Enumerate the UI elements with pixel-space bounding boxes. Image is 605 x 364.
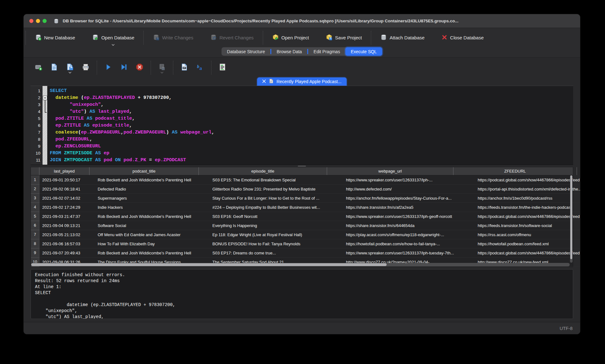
cell[interactable]: Defected Radio bbox=[95, 185, 210, 194]
open-database-button[interactable]: Open Database bbox=[84, 28, 143, 47]
results-vertical-scrollbar[interactable] bbox=[570, 175, 573, 263]
cell[interactable]: Rob Beckett and Josh Widdicombe's Parent… bbox=[95, 212, 210, 221]
minimize-window-button[interactable] bbox=[36, 19, 40, 23]
cell[interactable]: 2021-09-02 06:18:41 bbox=[39, 185, 95, 194]
chevron-down-icon[interactable] bbox=[68, 69, 72, 75]
cell[interactable]: 2021-09-01 20:50:17 bbox=[39, 175, 95, 185]
row-number[interactable]: 5 bbox=[31, 212, 39, 221]
cell[interactable]: https://podcast.global.com/show/4467866/… bbox=[475, 212, 580, 221]
zoom-window-button[interactable] bbox=[43, 19, 47, 23]
attach-database-button[interactable]: Attach Database bbox=[372, 28, 433, 47]
cell[interactable]: https://portal-api.thisisdistorted.com/x… bbox=[475, 185, 580, 194]
tab-execute-sql[interactable]: Execute SQL bbox=[345, 47, 382, 56]
column-header-webpage_url[interactable]: webpage_url bbox=[327, 167, 453, 175]
open-project-button[interactable]: Open Project bbox=[264, 28, 318, 47]
execute-all-button[interactable] bbox=[101, 61, 115, 74]
cell[interactable]: https://www.spreaker.com/user/12633137/l… bbox=[343, 212, 475, 221]
cell[interactable]: 2021-09-07 20:49:43 bbox=[39, 248, 95, 258]
cell[interactable]: https://feeds.transistor.fm/the-indie-ha… bbox=[475, 203, 580, 212]
cell[interactable]: https://www.spreaker.com/user/12633137/l… bbox=[343, 248, 475, 258]
row-number[interactable]: 3 bbox=[31, 194, 39, 203]
cell[interactable]: Indie Hackers bbox=[95, 203, 210, 212]
cell[interactable]: Everything Is Happening bbox=[210, 221, 343, 230]
cell[interactable]: https://anchor.fm/fellowapp/episodes/Sta… bbox=[343, 194, 475, 203]
cell[interactable]: 2021-09-04 09:13:21 bbox=[39, 221, 95, 230]
cell[interactable]: Supermanagers bbox=[95, 194, 210, 203]
cell[interactable]: https://howtofail.podbean.com/e/how-to-f… bbox=[343, 239, 475, 248]
titlebar[interactable]: DB Browser for SQLite - /Users/si/Librar… bbox=[24, 14, 580, 28]
cell[interactable]: http://www.defected.com/ bbox=[343, 185, 475, 194]
cell[interactable]: Glitterbox Radio Show 231: Presented by … bbox=[210, 185, 343, 194]
cell[interactable]: 2021-09-05 21:13:02 bbox=[39, 230, 95, 239]
stop-button[interactable] bbox=[133, 61, 147, 74]
chevron-down-icon[interactable] bbox=[112, 42, 115, 47]
column-header-ZFEEDURL[interactable]: ZFEEDURL bbox=[453, 167, 577, 175]
cell[interactable]: https://www.spreaker.com/user/12633137/l… bbox=[343, 175, 475, 185]
row-number[interactable]: 1 bbox=[31, 175, 39, 185]
cell[interactable]: 2021-09-06 16:57:03 bbox=[39, 239, 95, 248]
cell[interactable]: S03 EP16: Geoff Norcott bbox=[210, 212, 343, 221]
cell[interactable]: 2021-09-03 21:47:37 bbox=[39, 212, 95, 221]
cell[interactable]: BONUS EPISODE! How to Fail: Tanya Reynol… bbox=[210, 239, 343, 248]
code-line[interactable]: "unixepoch", bbox=[50, 101, 573, 108]
row-number[interactable]: 2 bbox=[31, 185, 39, 194]
sql-editor[interactable]: 1234567891011 SELECT datetime (ep.ZLASTD… bbox=[31, 86, 573, 165]
cell[interactable]: https://anchor.fm/s/1bec0d90/podcast/rss bbox=[475, 194, 580, 203]
cell[interactable]: https://rss.acast.com/offmenu bbox=[475, 230, 580, 239]
code-line[interactable]: "utc") AS last_played, bbox=[50, 108, 573, 115]
tab-browse-data[interactable]: Browse Data bbox=[271, 47, 307, 56]
chevron-down-icon[interactable] bbox=[160, 69, 164, 75]
row-number[interactable]: 9 bbox=[31, 248, 39, 258]
row-number[interactable]: 8 bbox=[31, 239, 39, 248]
column-header-podcast_title[interactable]: podcast_title bbox=[89, 167, 199, 175]
format-sql-button[interactable]: ba bbox=[193, 61, 207, 74]
open-sql-file-button[interactable] bbox=[47, 61, 61, 74]
cell[interactable]: Rob Beckett and Josh Widdicombe's Parent… bbox=[95, 248, 210, 258]
export-sql-button[interactable] bbox=[177, 61, 191, 74]
cell[interactable]: https://play.acast.com/s/offmenu/ep118-e… bbox=[343, 230, 475, 239]
cell[interactable]: How To Fail With Elizabeth Day bbox=[95, 239, 210, 248]
cell[interactable]: 2021-09-02 07:14:02 bbox=[39, 194, 95, 203]
code-line[interactable]: datetime (ep.ZLASTDATEPLAYED + 978307200… bbox=[50, 94, 573, 101]
code-line[interactable]: JOIN ZMTPODCAST AS pod ON pod.Z_PK = ep.… bbox=[50, 157, 573, 164]
row-number[interactable]: 4 bbox=[31, 203, 39, 212]
cell[interactable]: Off Menu with Ed Gamble and James Acaste… bbox=[95, 230, 210, 239]
cell[interactable]: #224 – Deploying Empathy to Build Better… bbox=[210, 203, 343, 212]
cell[interactable]: https://podcast.global.com/show/4467866/… bbox=[475, 175, 580, 185]
cell[interactable]: 2021-09-02 17:24:29 bbox=[39, 203, 95, 212]
code-line[interactable]: SELECT bbox=[50, 88, 573, 94]
cell[interactable]: S03 EP15: The Emotional Breakdown Specia… bbox=[210, 175, 343, 185]
code-line[interactable]: pod.ZTITLE AS podcast_title, bbox=[50, 115, 573, 122]
cell[interactable]: https://share.transistor.fm/s/af2a2ea5 bbox=[343, 203, 475, 212]
sql-code-area[interactable]: SELECT datetime (ep.ZLASTDATEPLAYED + 97… bbox=[47, 86, 573, 165]
cell[interactable]: Software Social bbox=[95, 221, 210, 230]
results-view-button[interactable] bbox=[216, 61, 229, 74]
code-line[interactable]: pod.ZFEEDURL, bbox=[50, 136, 573, 143]
fold-collapse-icon[interactable] bbox=[43, 96, 47, 100]
cell[interactable]: https://howtofail.podbean.com/feed.xml bbox=[475, 239, 580, 248]
new-database-button[interactable]: New Database bbox=[26, 28, 84, 47]
close-window-button[interactable] bbox=[29, 19, 33, 23]
save-project-button[interactable]: Save Project bbox=[317, 28, 370, 47]
code-line[interactable]: FROM ZMTEPISODE AS ep bbox=[50, 150, 573, 157]
cell[interactable]: S03 EP17: Dreams do come true... bbox=[210, 248, 343, 258]
column-header-last_played[interactable]: last_played bbox=[39, 167, 89, 175]
cell[interactable]: Rob Beckett and Josh Widdicombe's Parent… bbox=[95, 175, 210, 185]
tab-edit-pragmas[interactable]: Edit Pragmas bbox=[308, 47, 345, 56]
cell[interactable]: https://feeds.transistor.fm/software-soc… bbox=[475, 221, 580, 230]
row-number[interactable]: 7 bbox=[31, 230, 39, 239]
code-line[interactable]: ep.ZENCLOSUREURL bbox=[50, 143, 573, 150]
execute-current-line-button[interactable] bbox=[117, 61, 131, 74]
cell[interactable]: https://podcast.global.com/show/4467866/… bbox=[475, 248, 580, 258]
cell[interactable]: https://share.transistor.fm/s/644654da bbox=[343, 221, 475, 230]
code-line[interactable]: coalesce(ep.ZWEBPAGEURL,pod.ZWEBPAGEURL)… bbox=[50, 129, 573, 136]
column-header-episode_title[interactable]: episode_title bbox=[199, 167, 327, 175]
close-tab-icon[interactable] bbox=[262, 79, 266, 84]
row-number[interactable]: 6 bbox=[31, 221, 39, 230]
sql-doc-tab[interactable]: Recently Played Apple Podcast... bbox=[257, 77, 346, 86]
tab-database-structure[interactable]: Database Structure bbox=[222, 47, 270, 56]
save-sql-file-button[interactable] bbox=[63, 61, 77, 74]
code-line[interactable]: ep.ZTITLE AS episode_title, bbox=[50, 122, 573, 129]
results-horizontal-scrollbar[interactable] bbox=[31, 263, 570, 266]
new-tab-button[interactable] bbox=[32, 61, 45, 74]
